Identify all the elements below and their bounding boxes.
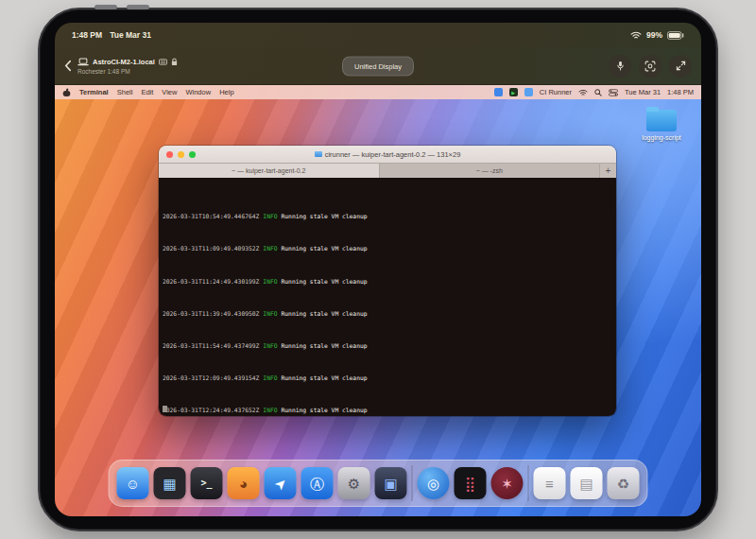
menu-item-edit[interactable]: Edit xyxy=(141,88,153,96)
log-line: 2026-03-31T11:09:49.409352ZINFORunning s… xyxy=(163,245,612,253)
log-line: 2026-03-31T12:09:49.439154ZINFORunning s… xyxy=(163,374,612,383)
dock-separator xyxy=(528,465,529,501)
log-message: Running stale VM cleanup xyxy=(282,310,368,317)
log-timestamp: 2026-03-31T11:09:49.409352Z xyxy=(163,245,259,252)
menu-clock-time[interactable]: 1:48 PM xyxy=(667,88,694,96)
log-level: INFO xyxy=(263,245,277,252)
log-message: Running stale VM cleanup xyxy=(282,374,368,381)
log-timestamp: 2026-03-31T12:09:49.439154Z xyxy=(163,374,259,381)
apple-menu-icon[interactable] xyxy=(62,88,71,97)
log-timestamp: 2026-03-31T10:54:49.446764Z xyxy=(163,213,259,219)
log-timestamp: 2026-03-31T11:24:49.430199Z xyxy=(163,278,259,285)
tab-kuiper-tart-agent[interactable]: ~ — kuiper-tart-agent-0.2 xyxy=(159,164,379,178)
screenshot-stage: 1:48 PM Tue Mar 31 99% xyxy=(0,0,756,539)
desktop-folder-logging-script[interactable]: logging-script xyxy=(635,110,688,141)
screenshot-viewfinder-button[interactable] xyxy=(639,55,662,78)
log-timestamp: 2026-03-31T12:24:49.437652Z xyxy=(163,407,259,413)
spotlight-search-icon[interactable] xyxy=(594,89,602,96)
menu-extra-display-icon[interactable] xyxy=(524,88,533,96)
menu-extra-blue-icon[interactable] xyxy=(494,88,503,96)
dock-icon-documents[interactable]: ▤ xyxy=(571,467,603,499)
log-message: Running stale VM cleanup xyxy=(282,213,368,219)
dock-icon-screen-sharing[interactable]: ▣ xyxy=(375,467,407,499)
mac-desktop: Terminal Shell Edit View Window Help CI … xyxy=(55,85,701,516)
battery-icon xyxy=(667,31,684,40)
tab-zsh[interactable]: ~ — -zsh xyxy=(379,164,600,178)
log-line: 2026-03-31T11:39:49.430950ZINFORunning s… xyxy=(163,310,612,319)
terminal-output[interactable]: 2026-03-31T10:54:49.446764ZINFORunning s… xyxy=(159,178,616,416)
dock-icon-screens[interactable]: ◎ xyxy=(418,467,450,499)
dock-icon-downloads[interactable]: ≡ xyxy=(534,467,566,499)
dock-icon-terminal[interactable]: >_ xyxy=(191,467,223,499)
lock-icon xyxy=(171,58,178,66)
host-subtitle: Rochester 1:48 PM xyxy=(77,68,178,75)
proxy-folder-icon xyxy=(315,151,322,157)
menu-item-shell[interactable]: Shell xyxy=(117,88,133,96)
menu-item-view[interactable]: View xyxy=(162,88,177,96)
menu-extra-play-icon[interactable] xyxy=(509,88,518,96)
log-level: INFO xyxy=(263,213,277,219)
dock-icon-finder[interactable]: ☺ xyxy=(117,467,149,499)
terminal-tab-bar: ~ — kuiper-tart-agent-0.2 ~ — -zsh + xyxy=(159,163,616,178)
log-level: INFO xyxy=(263,374,277,381)
log-level: INFO xyxy=(263,310,277,317)
dock-icon-maroon-app[interactable]: ✶ xyxy=(491,467,524,499)
close-window-button[interactable] xyxy=(166,151,173,158)
dock-icon-tart[interactable]: ◕ xyxy=(228,467,260,499)
log-message: Running stale VM cleanup xyxy=(282,245,368,252)
dock-separator xyxy=(412,465,413,501)
laptop-icon xyxy=(77,58,89,66)
log-message: Running stale VM cleanup xyxy=(282,407,368,413)
terminal-cursor xyxy=(163,406,167,412)
microphone-button[interactable] xyxy=(609,55,631,78)
minimize-window-button[interactable] xyxy=(178,151,184,158)
log-timestamp: 2026-03-31T11:39:49.430950Z xyxy=(163,310,259,317)
window-controls xyxy=(166,146,196,163)
status-left: 1:48 PM Tue Mar 31 xyxy=(72,30,151,40)
dock-icon-safari[interactable]: ➤ xyxy=(265,467,297,499)
volume-up-button[interactable] xyxy=(94,5,117,9)
mac-menu-bar: Terminal Shell Edit View Window Help CI … xyxy=(55,85,701,99)
unified-display-button[interactable]: Unified Display xyxy=(342,56,414,76)
log-line: 2026-03-31T10:54:49.446764ZINFORunning s… xyxy=(163,213,612,221)
control-center-icon[interactable] xyxy=(609,89,618,96)
folder-label: logging-script xyxy=(642,134,681,141)
back-chevron-icon[interactable] xyxy=(64,60,72,72)
new-tab-button[interactable]: + xyxy=(599,164,616,178)
menu-item-help[interactable]: Help xyxy=(219,88,233,96)
volume-down-button[interactable] xyxy=(127,5,149,9)
log-line: 2026-03-31T12:24:49.437652ZINFORunning s… xyxy=(163,407,612,415)
ipad-screen: 1:48 PM Tue Mar 31 99% xyxy=(55,23,701,516)
log-message: Running stale VM cleanup xyxy=(282,342,368,349)
toolbar-right-controls xyxy=(609,55,692,78)
host-row: AstroCI-M2-1.local xyxy=(77,58,178,66)
menu-app-name[interactable]: Terminal xyxy=(79,88,109,96)
folder-icon xyxy=(646,110,677,131)
dock-icon-trash[interactable]: ♻ xyxy=(608,467,640,499)
log-timestamp: 2026-03-31T11:54:49.437499Z xyxy=(163,342,259,349)
menu-item-window[interactable]: Window xyxy=(185,88,211,96)
keyboard-icon xyxy=(159,59,167,65)
mac-dock: ☺ ▦ >_ ◕ ➤ Ⓐ ⚙ ▣ xyxy=(109,460,648,507)
dock-icon-settings[interactable]: ⚙ xyxy=(338,467,370,499)
dock-icon-launchpad[interactable]: ▦ xyxy=(154,467,186,499)
battery-percent: 99% xyxy=(646,30,662,40)
remote-host-name: AstroCI-M2-1.local xyxy=(93,58,155,66)
log-level: INFO xyxy=(263,407,277,413)
terminal-title-text: cirunner — kuiper-tart-agent-0.2 — 131×2… xyxy=(325,150,461,159)
menu-bar-left: Terminal Shell Edit View Window Help xyxy=(62,88,234,97)
remote-host-block[interactable]: AstroCI-M2-1.local xyxy=(77,58,178,75)
dock-icon-app-store[interactable]: Ⓐ xyxy=(301,467,334,499)
status-right: 99% xyxy=(630,30,684,40)
menu-clock-date[interactable]: Tue Mar 31 xyxy=(625,88,661,96)
dock-icon-ci-grid[interactable]: ⣿ xyxy=(455,467,487,499)
expand-fullscreen-button[interactable] xyxy=(669,55,692,78)
terminal-title-bar[interactable]: cirunner — kuiper-tart-agent-0.2 — 131×2… xyxy=(159,146,616,163)
zoom-window-button[interactable] xyxy=(189,151,196,158)
host-location: Rochester xyxy=(77,68,106,75)
menu-ci-runner-label[interactable]: CI Runner xyxy=(540,88,572,96)
log-line: 2026-03-31T11:54:49.437499ZINFORunning s… xyxy=(163,342,612,351)
menu-wifi-icon[interactable] xyxy=(578,89,588,96)
log-line: 2026-03-31T11:24:49.430199ZINFORunning s… xyxy=(163,278,612,287)
ipad-device-frame: 1:48 PM Tue Mar 31 99% xyxy=(38,8,718,531)
